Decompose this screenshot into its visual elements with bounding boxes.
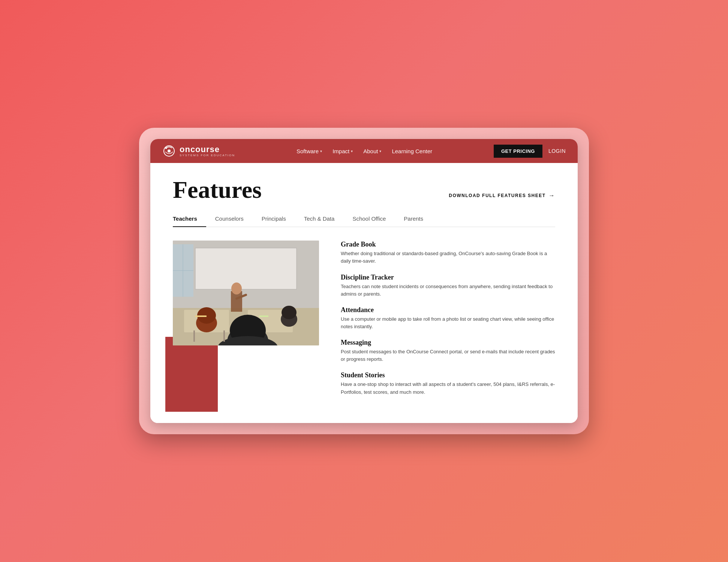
- logo-icon: [162, 144, 176, 158]
- feature-discipline-tracker: Discipline Tracker Teachers can note stu…: [341, 274, 555, 298]
- feature-title-grade-book: Grade Book: [341, 241, 555, 248]
- browser-window: oncourse SYSTEMS FOR EDUCATION Software …: [150, 139, 578, 423]
- svg-rect-25: [259, 315, 268, 317]
- feature-title-stories: Student Stories: [341, 371, 555, 379]
- features-header: Features DOWNLOAD FULL FEATURES SHEET →: [173, 178, 555, 202]
- classroom-svg: [173, 241, 319, 345]
- svg-rect-23: [223, 330, 225, 342]
- svg-rect-5: [195, 248, 297, 289]
- svg-point-18: [282, 306, 297, 319]
- brand-tagline: SYSTEMS FOR EDUCATION: [180, 154, 235, 157]
- content-area: Grade Book Whether doing traditional or …: [173, 241, 555, 404]
- feature-desc-grade-book: Whether doing traditional or standards-b…: [341, 250, 555, 265]
- nav-links: Software ▾ Impact ▾ About ▾ Learning Cen…: [297, 148, 432, 154]
- arrow-right-icon: →: [549, 192, 556, 199]
- chevron-down-icon: ▾: [320, 149, 322, 153]
- feature-desc-discipline: Teachers can note student incidents or c…: [341, 283, 555, 298]
- accent-block: [165, 337, 218, 412]
- svg-point-20: [231, 282, 242, 294]
- download-link[interactable]: DOWNLOAD FULL FEATURES SHEET →: [449, 192, 555, 202]
- feature-desc-attendance: Use a computer or mobile app to take rol…: [341, 315, 555, 330]
- tabs-nav: Teachers Counselors Principals Tech & Da…: [173, 211, 555, 227]
- logo-text-block: oncourse SYSTEMS FOR EDUCATION: [180, 145, 235, 157]
- nav-software[interactable]: Software ▾: [297, 148, 322, 154]
- features-list: Grade Book Whether doing traditional or …: [341, 241, 555, 404]
- device-frame: oncourse SYSTEMS FOR EDUCATION Software …: [139, 128, 589, 434]
- feature-desc-messaging: Post student messages to the OnCourse Co…: [341, 348, 555, 363]
- feature-title-discipline: Discipline Tracker: [341, 274, 555, 281]
- feature-messaging: Messaging Post student messages to the O…: [341, 339, 555, 363]
- download-label: DOWNLOAD FULL FEATURES SHEET: [449, 193, 545, 198]
- page-title: Features: [173, 178, 262, 202]
- feature-title-attendance: Attendance: [341, 306, 555, 314]
- classroom-image: [173, 241, 319, 345]
- logo[interactable]: oncourse SYSTEMS FOR EDUCATION: [162, 144, 235, 158]
- svg-rect-22: [193, 330, 195, 342]
- feature-title-messaging: Messaging: [341, 339, 555, 347]
- tab-teachers[interactable]: Teachers: [173, 211, 206, 227]
- tab-parents[interactable]: Parents: [395, 211, 432, 227]
- nav-impact[interactable]: Impact ▾: [333, 148, 353, 154]
- chevron-down-icon: ▾: [351, 149, 353, 153]
- get-pricing-button[interactable]: GET PRICING: [494, 145, 542, 158]
- feature-student-stories: Student Stories Have a one-stop shop to …: [341, 371, 555, 396]
- tab-school-office[interactable]: School Office: [343, 211, 395, 227]
- svg-point-2: [165, 147, 167, 149]
- main-content: Features DOWNLOAD FULL FEATURES SHEET → …: [150, 163, 578, 423]
- nav-learning-center[interactable]: Learning Center: [392, 148, 432, 154]
- svg-rect-24: [195, 315, 207, 317]
- tab-principals[interactable]: Principals: [253, 211, 295, 227]
- navbar: oncourse SYSTEMS FOR EDUCATION Software …: [150, 139, 578, 163]
- feature-desc-stories: Have a one-stop shop to interact with al…: [341, 381, 555, 396]
- feature-attendance: Attendance Use a computer or mobile app …: [341, 306, 555, 330]
- brand-name: oncourse: [180, 145, 235, 154]
- tab-counselors[interactable]: Counselors: [206, 211, 253, 227]
- nav-about[interactable]: About ▾: [363, 148, 381, 154]
- login-button[interactable]: LOGIN: [548, 148, 566, 154]
- nav-actions: GET PRICING LOGIN: [494, 145, 566, 158]
- chevron-down-icon: ▾: [379, 149, 381, 153]
- tab-tech-data[interactable]: Tech & Data: [295, 211, 344, 227]
- image-section: [173, 241, 323, 404]
- svg-point-1: [168, 149, 171, 152]
- feature-grade-book: Grade Book Whether doing traditional or …: [341, 241, 555, 265]
